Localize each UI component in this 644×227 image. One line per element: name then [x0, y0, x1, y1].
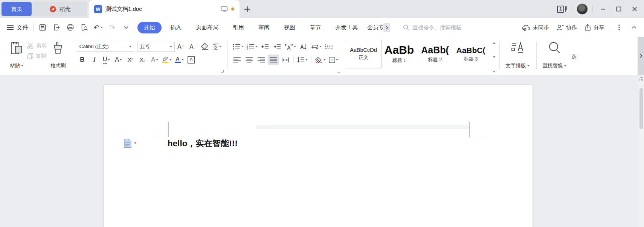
line-spacing-button[interactable] [296, 54, 309, 65]
font-family-combo[interactable]: Calibri (正文) [77, 42, 134, 52]
export-pdf-button[interactable] [51, 22, 62, 33]
text-direction-button[interactable] [298, 41, 309, 52]
tab-home[interactable]: 首页 [2, 2, 32, 16]
style-heading3[interactable]: AaBbC( 标题 3 [453, 40, 489, 68]
font-color-button[interactable]: A [174, 54, 185, 65]
character-border-button[interactable]: A [186, 54, 197, 65]
superscript-button[interactable]: X² [125, 54, 136, 65]
numbered-list-button[interactable]: 1 2 3 [246, 41, 259, 52]
collapse-ribbon-button[interactable] [628, 22, 639, 33]
justify-button-active[interactable] [268, 54, 279, 65]
paste-options-icon [124, 138, 132, 148]
tab-review[interactable]: 审阅 [251, 22, 277, 33]
tab-references[interactable]: 引用 [226, 22, 251, 33]
styles-scroll-down[interactable] [493, 56, 496, 58]
breaks-button[interactable] [310, 41, 323, 52]
tab-stops-button[interactable] [324, 41, 335, 52]
find-replace-button[interactable]: 查找替换 [540, 39, 569, 71]
decrease-font-button[interactable]: A⁻ [188, 41, 199, 52]
clear-format-button[interactable] [200, 41, 211, 52]
decrease-indent-icon [261, 44, 269, 50]
minimize-button[interactable] [597, 3, 609, 15]
workspace-switcher-button[interactable]: 1 [557, 6, 567, 13]
member-exclusive-tab[interactable]: 会员专 [367, 23, 390, 32]
tab-view[interactable]: 视图 [277, 22, 302, 33]
search-input[interactable] [412, 24, 495, 30]
character-scale-button[interactable] [284, 41, 297, 52]
undo-dropdown-caret[interactable] [101, 27, 103, 28]
tab-developer[interactable]: 开发工具 [328, 22, 365, 33]
document-area[interactable]: hello，实在智能!!! [0, 75, 644, 227]
bold-button[interactable]: B [77, 54, 88, 65]
underline-button[interactable]: U [101, 54, 112, 65]
cut-button-disabled[interactable]: 剪切 [27, 42, 47, 49]
undo-button[interactable]: ↶ [93, 22, 104, 33]
styles-expand[interactable] [492, 70, 496, 73]
text-effects-button[interactable]: A [149, 54, 160, 65]
document-body-text[interactable]: hello，实在智能!!! [168, 138, 238, 148]
style-heading2[interactable]: AaBb( 标题 2 [417, 40, 453, 68]
italic-button[interactable]: I [89, 54, 100, 65]
style-heading1[interactable]: AaBb 标题 1 [382, 40, 417, 68]
vertical-scrollbar[interactable] [638, 75, 644, 227]
distribute-button[interactable] [280, 54, 291, 65]
customize-quick-access-button[interactable] [121, 22, 132, 33]
scrollbar-top-widget[interactable] [639, 77, 644, 82]
style-normal[interactable]: AaBbCcDd 正文 [346, 40, 382, 68]
new-tab-button[interactable] [240, 0, 255, 18]
paste-caret[interactable] [21, 65, 23, 67]
user-avatar[interactable] [577, 3, 588, 15]
highlight-color-button[interactable] [161, 54, 173, 65]
phonetic-guide-button[interactable]: wén 文 [212, 41, 223, 52]
select-button-clipped[interactable]: 选 [572, 53, 576, 60]
paste-options-button[interactable] [124, 138, 136, 148]
tab-page-layout[interactable]: 页面布局 [189, 22, 226, 33]
ribbon-home: 粘贴 剪切 复制 [0, 37, 644, 75]
screen-share-icon[interactable] [221, 6, 228, 12]
format-painter-button[interactable]: 格式刷 [48, 39, 68, 71]
tab-sections[interactable]: 章节 [302, 22, 328, 33]
shading-button[interactable] [314, 54, 327, 65]
align-center-button[interactable] [244, 54, 255, 65]
margin-corner-mark-top-right [469, 122, 485, 137]
redo-button-disabled[interactable]: ↷ [107, 22, 118, 33]
increase-indent-button[interactable] [272, 41, 283, 52]
tab-home-ribbon[interactable]: 开始 [137, 22, 162, 33]
more-options-button[interactable] [613, 22, 625, 33]
ribbon-expand-strip[interactable] [638, 37, 644, 75]
align-left-button[interactable] [232, 54, 243, 65]
tab-document-active[interactable]: W 测试文档1.doc [89, 0, 240, 18]
find-replace-caret[interactable] [564, 65, 566, 67]
styles-scroll-up[interactable] [493, 42, 496, 44]
text-layout-button[interactable]: 文字排版 [504, 39, 532, 71]
maximize-button[interactable] [613, 3, 624, 15]
bullet-list-button[interactable] [232, 41, 245, 52]
paste-options-caret[interactable] [134, 142, 136, 144]
copy-button-disabled[interactable]: 复制 [27, 53, 47, 59]
font-dialog-launcher[interactable] [221, 70, 224, 73]
save-button[interactable] [37, 22, 48, 33]
paragraph-dialog-launcher[interactable] [337, 70, 340, 73]
subscript-button[interactable]: X₂ [137, 54, 148, 65]
increase-font-button[interactable]: A⁺ [175, 41, 187, 52]
align-right-button[interactable] [256, 54, 267, 65]
member-expand-chip[interactable] [383, 23, 390, 32]
collaborate-button[interactable]: 协作 [554, 23, 579, 33]
font-size-combo[interactable]: 五号 [137, 42, 175, 52]
share-button[interactable]: 分享 [582, 23, 606, 33]
text-layout-caret[interactable] [527, 65, 530, 67]
file-menu-button[interactable]: 文件 [7, 24, 34, 32]
close-button[interactable] [629, 3, 640, 15]
strikethrough-button[interactable]: A [113, 54, 124, 65]
paste-button[interactable]: 粘贴 [8, 39, 26, 71]
print-button[interactable] [65, 22, 76, 33]
decrease-indent-button[interactable] [259, 41, 271, 52]
borders-button[interactable] [328, 54, 339, 65]
print-preview-button[interactable] [79, 22, 90, 33]
scrollbar-thumb[interactable] [639, 88, 643, 129]
tab-insert[interactable]: 插入 [163, 22, 189, 33]
tab-docer[interactable]: 稻壳 [32, 2, 87, 16]
command-search[interactable] [403, 24, 520, 31]
sync-status-button[interactable]: 未同步 [520, 23, 551, 33]
document-page[interactable] [104, 85, 533, 227]
